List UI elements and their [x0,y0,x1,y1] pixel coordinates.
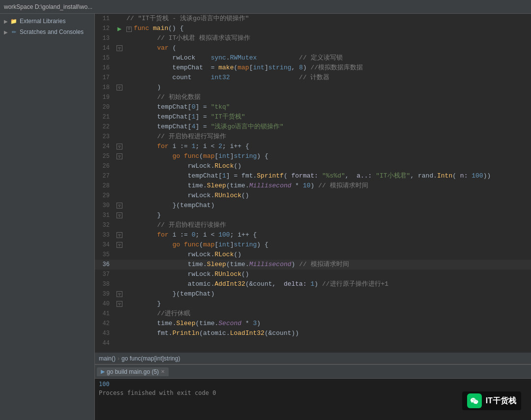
fold-icon-25[interactable]: ▽ [117,153,122,159]
code-line-43: 43 fmt.Println(atomic.LoadInt32(&count)) [95,329,531,338]
watermark: IT干货栈 [462,391,521,410]
sidebar-label-external: External Libraries [20,18,65,25]
line-num-38: 38 [95,281,115,288]
code-line-41: 41 //进行休眠 [95,309,531,319]
gutter-34[interactable]: ▽ [115,242,124,248]
line-num-22: 22 [95,123,115,130]
line-num-17: 17 [95,74,115,81]
code-line-34: 34 ▽ go func(map[int]string) { [95,240,531,250]
line-content-11: // "IT干货栈 - 浅谈go语言中的锁操作" [124,14,531,24]
gutter-25[interactable]: ▽ [115,153,124,159]
line-content-23: // 开启协程进行写操作 [124,132,531,142]
code-line-14: 14 ▽ var ( [95,43,531,53]
breadcrumb-bar: main() › go func(map[int]string) [95,353,531,364]
line-content-35: rwLock.RLock() [124,250,531,260]
line-num-15: 15 [95,55,115,61]
line-content-21: tempChat[1] = "IT干货栈" [124,112,531,122]
sidebar: ▶ 📁 External Libraries ▶ ✏ Scratches and… [0,14,95,420]
fold-icon-30[interactable]: ▽ [117,203,122,209]
line-content-37: rwLock.RUnlock() [124,270,531,279]
run-arrow-icon[interactable]: ▶ [118,25,121,33]
line-num-41: 41 [95,310,115,317]
fold-icon-39[interactable]: ▽ [117,291,122,297]
code-line-30: 30 ▽ }(tempChat) [95,201,531,210]
code-line-42: 42 time.Sleep(time.Second * 3) [95,319,531,329]
line-num-35: 35 [95,251,115,258]
line-content-38: atomic.AddInt32(&count, delta: 1) //进行原子… [124,279,531,289]
line-content-36: time.Sleep(time.Millisecond) // 模拟请求时间 [124,260,531,270]
arrow-icon: ▶ [4,19,10,24]
top-bar-title: workSpace D:\goland_install\wo... [4,3,92,10]
gutter-39[interactable]: ▽ [115,291,124,297]
code-line-25: 25 ▽ go func(map[int]string) { [95,151,531,161]
line-num-36: 36 [95,261,115,268]
code-editor[interactable]: 11 // "IT干货栈 - 浅谈go语言中的锁操作" 12 ▶ ▽func m… [95,14,531,353]
line-num-34: 34 [95,241,115,248]
gutter-30[interactable]: ▽ [115,203,124,209]
line-content-29: rwLock.RUnlock() [124,191,531,201]
line-num-18: 18 [95,84,115,91]
code-line-32: 32 // 开启协程进行读操作 [95,220,531,230]
line-num-11: 11 [95,15,115,22]
gutter-31[interactable]: ▽ [115,212,124,218]
code-line-15: 15 rwLock sync.RWMutex // 定义读写锁 [95,53,531,63]
line-num-23: 23 [95,133,115,140]
gutter-18[interactable]: ▽ [115,85,124,90]
gutter-12[interactable]: ▶ [115,25,124,33]
line-num-40: 40 [95,300,115,307]
line-content-16: tempChat = make(map[int]string, 8) //模拟数… [124,63,531,73]
fold-icon-18[interactable]: ▽ [117,85,122,90]
code-line-18: 18 ▽ ) [95,83,531,92]
main-layout: ▶ 📁 External Libraries ▶ ✏ Scratches and… [0,14,531,420]
code-line-20: 20 tempChat[0] = "tkq" [95,102,531,112]
line-num-19: 19 [95,94,115,101]
editor-area: 11 // "IT干货栈 - 浅谈go语言中的锁操作" 12 ▶ ▽func m… [95,14,531,420]
line-content-27: tempChat[1] = fmt.Sprintf( format: "%s%d… [124,171,531,181]
line-num-33: 33 [95,232,115,239]
line-content-34: go func(map[int]string) { [124,240,531,250]
line-content-41: //进行休眠 [124,309,531,319]
fold-icon-31[interactable]: ▽ [117,212,122,218]
breadcrumb-main[interactable]: main() [99,355,116,362]
line-content-31: } [124,210,531,220]
output-status: Process finished with exit code 0 [99,390,216,396]
line-num-12: 12 [95,25,115,32]
code-line-13: 13 // IT小栈君 模拟请求该写操作 [95,33,531,43]
gutter-14[interactable]: ▽ [115,45,124,51]
tab-build-label: go build main.go (5) [107,368,159,375]
code-line-44: 44 [95,338,531,348]
gutter-33[interactable]: ▽ [115,232,124,238]
fold-icon-33[interactable]: ▽ [117,232,122,238]
code-line-35: 35 rwLock.RLock() [95,250,531,260]
line-num-13: 13 [95,35,115,42]
line-num-43: 43 [95,330,115,337]
fold-icon-40[interactable]: ▽ [117,301,122,307]
breadcrumb-func[interactable]: go func(map[int]string) [121,355,180,362]
tab-build[interactable]: ▶ go build main.go (5) ✕ [97,367,169,376]
sidebar-label-scratches: Scratches and Consoles [20,29,84,35]
code-line-23: 23 // 开启协程进行写操作 [95,132,531,142]
line-content-40: } [124,299,531,309]
scratches-icon: ✏ [10,28,18,36]
sidebar-item-scratches[interactable]: ▶ ✏ Scratches and Consoles [0,27,94,37]
gutter-40[interactable]: ▽ [115,301,124,307]
fold-icon-14[interactable]: ▽ [117,45,122,51]
code-line-38: 38 atomic.AddInt32(&count, delta: 1) //进… [95,279,531,289]
line-content-19: // 初始化数据 [124,92,531,102]
line-num-42: 42 [95,320,115,327]
line-content-42: time.Sleep(time.Second * 3) [124,319,531,329]
tab-close-button[interactable]: ✕ [161,369,165,374]
line-num-24: 24 [95,143,115,150]
line-num-30: 30 [95,202,115,209]
gutter-24[interactable]: ▽ [115,144,124,150]
arrow-icon2: ▶ [4,30,10,35]
code-line-24: 24 ▽ for i := 1; i < 2; i++ { [95,142,531,151]
code-line-40: 40 ▽ } [95,299,531,309]
go-build-icon: ▶ [101,368,105,375]
code-line-29: 29 rwLock.RUnlock() [95,191,531,201]
output-number: 100 [99,381,110,388]
fold-icon-34[interactable]: ▽ [117,242,122,248]
line-num-21: 21 [95,114,115,120]
sidebar-item-external-libraries[interactable]: ▶ 📁 External Libraries [0,16,94,27]
fold-icon-24[interactable]: ▽ [117,144,122,150]
